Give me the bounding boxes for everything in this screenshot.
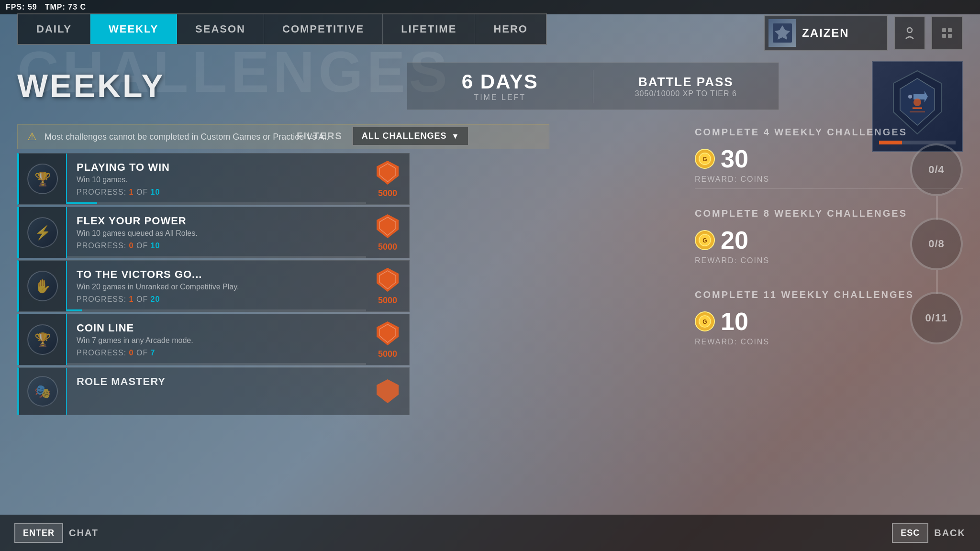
page-main-title: WEEKLY — [17, 67, 165, 104]
reward-amount-4: 30 — [721, 144, 748, 173]
challenge-xp-area — [366, 368, 409, 415]
challenge-xp-area: 5000 — [366, 154, 409, 204]
challenge-title: FLEX YOUR POWER — [77, 215, 356, 227]
tmp-display: TMP: 73 C — [45, 3, 86, 11]
coin-icon: G — [695, 311, 715, 331]
xp-value: 5000 — [378, 242, 397, 252]
challenge-info: FLEX YOUR POWER Win 10 games queued as A… — [67, 207, 366, 258]
progress-bar-track — [67, 363, 366, 365]
challenge-desc: Win 20 games in Unranked or Competitive … — [77, 283, 356, 291]
svg-rect-3 — [942, 28, 946, 32]
circle-ring-4: 0/4 — [910, 143, 963, 196]
fps-display: FPS: 59 — [6, 3, 37, 11]
circle-connector — [936, 196, 938, 220]
challenge-title: TO THE VICTORS GO... — [77, 268, 356, 281]
challenge-title: COIN LINE — [77, 322, 356, 334]
filter-dropdown[interactable]: ALL CHALLENGES ▼ — [352, 126, 469, 146]
challenge-icon-coin: 🏆 — [27, 324, 58, 355]
chat-label: CHAT — [69, 528, 99, 539]
challenge-title: ROLE MASTERY — [77, 375, 356, 388]
reward-amount-11: 10 — [721, 307, 748, 336]
progress-current: 1 — [129, 188, 134, 196]
svg-rect-4 — [948, 28, 952, 32]
hud-bar: FPS: 59 TMP: 73 C — [0, 0, 980, 14]
coins-amount: 20 — [721, 226, 748, 254]
challenges-list: 🏆 PLAYING TO WIN Win 10 games. PROGRESS:… — [17, 153, 410, 513]
challenge-icon-area: 🏆 — [19, 154, 67, 204]
challenge-title: PLAYING TO WIN — [77, 161, 356, 174]
svg-marker-19 — [377, 321, 399, 345]
challenge-icon-area: 🏆 — [19, 314, 67, 365]
circle-ring-8: 0/8 — [910, 218, 963, 270]
challenge-xp-area: 5000 — [366, 314, 409, 365]
chat-button[interactable]: ENTER CHAT — [14, 523, 99, 543]
user-name: ZAIZEN — [802, 26, 849, 40]
challenge-item[interactable]: 🎭 ROLE MASTERY — [17, 367, 410, 415]
time-left-section: 6 DAYS TIME LEFT — [407, 66, 593, 107]
reward-amount-8: 20 — [721, 226, 748, 254]
svg-point-10 — [913, 99, 921, 106]
completion-title: COMPLETE 4 WEEKLY CHALLENGES — [695, 127, 963, 138]
user-profile[interactable]: ZAIZEN — [764, 15, 888, 51]
svg-point-2 — [907, 28, 912, 33]
circle-ring-11: 0/11 — [910, 292, 963, 344]
challenge-icon-victors: ✋ — [27, 271, 58, 301]
challenge-progress: PROGRESS: 1 OF 10 — [77, 188, 356, 197]
xp-shield-icon — [376, 213, 400, 239]
avatar — [768, 19, 796, 47]
notification-button[interactable] — [894, 16, 925, 50]
svg-point-9 — [908, 95, 912, 99]
time-left-label: TIME LEFT — [474, 93, 526, 102]
progress-max: 10 — [151, 188, 160, 196]
svg-marker-13 — [377, 161, 399, 185]
challenge-icon-role: 🎭 — [27, 376, 58, 407]
progress-current: 1 — [129, 295, 134, 303]
svg-text:G: G — [702, 319, 707, 325]
challenge-icon-area: ✋ — [19, 261, 67, 311]
svg-rect-6 — [948, 34, 952, 38]
battle-pass-title: BATTLE PASS — [638, 75, 734, 89]
xp-shield-icon — [376, 160, 400, 186]
svg-rect-5 — [942, 34, 946, 38]
challenge-item[interactable]: ✋ TO THE VICTORS GO... Win 20 games in U… — [17, 260, 410, 312]
challenge-info: TO THE VICTORS GO... Win 20 games in Unr… — [67, 261, 366, 311]
settings-button[interactable] — [931, 16, 963, 50]
xp-value: 5000 — [378, 349, 397, 359]
challenge-progress: PROGRESS: 1 OF 20 — [77, 295, 356, 304]
challenge-xp-area: 5000 — [366, 261, 409, 311]
coins-amount: 10 — [721, 308, 748, 335]
progress-bar-fill — [67, 202, 97, 204]
circle-progress-11: 0/11 — [910, 292, 963, 344]
back-button[interactable]: ESC BACK — [892, 523, 966, 543]
progress-max: 10 — [151, 242, 160, 250]
challenge-progress: PROGRESS: 0 OF 7 — [77, 349, 356, 357]
tab-hero[interactable]: HERO — [475, 14, 546, 44]
challenge-progress: PROGRESS: 0 OF 10 — [77, 242, 356, 250]
challenge-item[interactable]: 🏆 PLAYING TO WIN Win 10 games. PROGRESS:… — [17, 153, 410, 205]
progress-bar-track — [67, 309, 366, 311]
challenge-icon-area: 🎭 — [19, 368, 67, 415]
battle-pass-xp: 3050/10000 XP TO TIER 6 — [635, 89, 737, 98]
challenge-xp-area: 5000 — [366, 207, 409, 258]
xp-shield-icon — [376, 320, 400, 346]
challenge-icon-trophy: 🏆 — [27, 164, 58, 194]
warning-bar: ⚠ Most challenges cannot be completed in… — [17, 124, 549, 149]
user-area: ZAIZEN — [764, 15, 963, 51]
xp-shield-icon — [376, 267, 400, 293]
info-bar: 6 DAYS TIME LEFT BATTLE PASS 3050/10000 … — [407, 62, 779, 110]
filter-value: ALL CHALLENGES — [362, 131, 447, 141]
svg-text:G: G — [702, 156, 707, 163]
challenge-item[interactable]: 🏆 COIN LINE Win 7 games in any Arcade mo… — [17, 314, 410, 365]
challenge-desc: Win 7 games in any Arcade mode. — [77, 336, 356, 345]
svg-marker-17 — [377, 268, 399, 292]
svg-marker-15 — [377, 214, 399, 238]
progress-max: 7 — [151, 349, 156, 357]
filter-bar: FILTERS ALL CHALLENGES ▼ — [297, 126, 469, 146]
enter-key: ENTER — [14, 523, 63, 543]
back-label: BACK — [934, 528, 966, 539]
warning-icon: ⚠ — [27, 131, 37, 143]
xp-value: 5000 — [378, 188, 397, 198]
challenge-info: ROLE MASTERY — [67, 368, 366, 415]
challenge-item[interactable]: ⚡ FLEX YOUR POWER Win 10 games queued as… — [17, 207, 410, 258]
warning-text: Most challenges cannot be completed in C… — [45, 132, 329, 142]
